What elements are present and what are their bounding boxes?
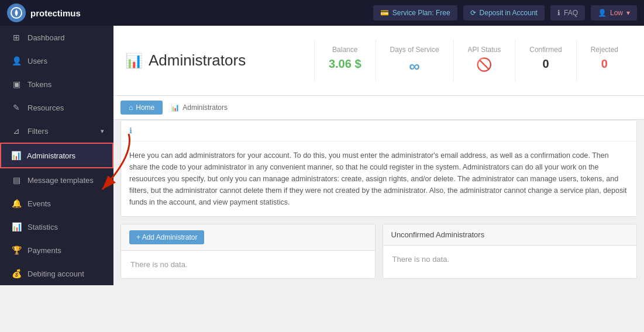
sidebar: ⊞ Dashboard 👤 Users ▣ Tokens ✎ Resources… xyxy=(0,26,113,285)
sidebar-item-label: Filters xyxy=(27,127,48,136)
chevron-down-icon: ▾ xyxy=(626,9,630,17)
sidebar-item-label: Resources xyxy=(27,103,64,112)
payments-icon: 🏆 xyxy=(11,245,22,255)
service-plan-button[interactable]: 💳 Service Plan: Free xyxy=(373,5,457,20)
rejected-label: Rejected xyxy=(591,46,618,54)
plus-icon: + xyxy=(136,233,140,241)
balance-label: Balance xyxy=(329,46,361,54)
info-box: ℹ Here you can add administrators for yo… xyxy=(120,120,637,217)
breadcrumb: ⌂ Home 📊 Administrators xyxy=(113,96,644,120)
home-label: Home xyxy=(136,103,154,112)
sidebar-item-message-templates[interactable]: ▤ Message templates xyxy=(0,168,113,192)
deposit-label: Deposit in Account xyxy=(480,9,538,17)
navbar: protectimus 💳 Service Plan: Free ⟳ Depos… xyxy=(0,0,644,26)
sidebar-item-label: Users xyxy=(27,57,47,65)
stat-api-status: API Status 🚫 xyxy=(453,40,515,81)
balance-value: 3.06 $ xyxy=(329,57,361,71)
tables-row: + Add Administrator There is no data. Un… xyxy=(120,224,637,279)
page-header: 📊 Administrators Balance 3.06 $ Days of … xyxy=(113,26,644,96)
sidebar-item-statistics[interactable]: 📊 Statistics xyxy=(0,215,113,238)
brand-name: protectimus xyxy=(30,8,81,18)
sidebar-item-label: Payments xyxy=(27,246,61,255)
brand-logo xyxy=(7,4,26,22)
brand: protectimus xyxy=(7,4,81,22)
sidebar-item-label: Administrators xyxy=(27,151,75,160)
home-icon: ⌂ xyxy=(129,103,133,112)
faq-button[interactable]: ℹ FAQ xyxy=(550,5,585,20)
administrators-icon: 📊 xyxy=(11,151,21,160)
days-of-service-value: ∞ xyxy=(390,57,439,75)
unconfirmed-label: Unconfirmed Administrators xyxy=(391,230,485,239)
filter-icon: ⊿ xyxy=(11,126,22,136)
stat-balance: Balance 3.06 $ xyxy=(314,40,376,81)
no-data-text: There is no data. xyxy=(392,255,450,264)
statistics-icon: 📊 xyxy=(11,222,22,231)
stat-rejected: Rejected 0 xyxy=(576,40,632,81)
chart-icon: 📊 xyxy=(171,103,180,112)
rejected-value: 0 xyxy=(591,57,618,71)
dashboard-icon: ⊞ xyxy=(11,33,22,42)
page-title: Administrators xyxy=(149,51,246,70)
credit-card-icon: 💳 xyxy=(380,9,389,17)
info-box-header: ℹ xyxy=(121,120,636,141)
service-plan-label: Service Plan: Free xyxy=(392,9,450,17)
info-icon: ℹ xyxy=(129,126,132,135)
user-icon: 👤 xyxy=(598,9,607,17)
content-area: 📊 Administrators Balance 3.06 $ Days of … xyxy=(113,26,644,332)
confirmed-label: Confirmed xyxy=(529,46,562,54)
sidebar-item-events[interactable]: 🔔 Events xyxy=(0,192,113,215)
stats-bar: Balance 3.06 $ Days of Service ∞ API Sta… xyxy=(314,40,632,81)
users-icon: 👤 xyxy=(11,56,22,65)
sidebar-item-resources[interactable]: ✎ Resources xyxy=(0,96,113,119)
page-title-section: 📊 Administrators xyxy=(125,51,314,70)
sidebar-item-tokens[interactable]: ▣ Tokens xyxy=(0,72,113,96)
add-administrator-header: + Add Administrator xyxy=(121,224,375,251)
add-administrator-panel: + Add Administrator There is no data. xyxy=(120,224,376,279)
info-box-body: Here you can add administrators for your… xyxy=(121,141,636,216)
user-label: Low xyxy=(610,9,623,17)
add-administrator-label: Add Administrator xyxy=(142,233,198,241)
sidebar-item-dashboard[interactable]: ⊞ Dashboard xyxy=(0,26,113,49)
bar-chart-icon: 📊 xyxy=(125,53,143,69)
sidebar-item-label: Events xyxy=(27,199,51,208)
events-icon: 🔔 xyxy=(11,199,22,208)
sidebar-item-label: Dashboard xyxy=(27,33,65,42)
sidebar-item-label: Tokens xyxy=(27,80,51,89)
no-data-text: There is no data. xyxy=(130,260,188,269)
tokens-icon: ▣ xyxy=(11,79,22,89)
unconfirmed-administrators-panel: Unconfirmed Administrators There is no d… xyxy=(383,224,638,279)
sidebar-item-debiting-account[interactable]: 💰 Debiting account xyxy=(0,262,113,285)
main-layout: ⊞ Dashboard 👤 Users ▣ Tokens ✎ Resources… xyxy=(0,26,644,332)
current-breadcrumb: 📊 Administrators xyxy=(165,101,233,115)
info-icon: ℹ xyxy=(557,9,560,17)
sidebar-item-label: Statistics xyxy=(27,223,58,231)
unconfirmed-header: Unconfirmed Administrators xyxy=(383,224,637,245)
deposit-button[interactable]: ⟳ Deposit in Account xyxy=(463,5,545,20)
info-text: Here you can add administrators for your… xyxy=(129,151,626,206)
refresh-icon: ⟳ xyxy=(470,9,476,17)
sidebar-item-administrators[interactable]: 📊 Administrators xyxy=(0,143,113,168)
message-templates-icon: ▤ xyxy=(11,175,22,185)
add-administrator-body: There is no data. xyxy=(121,251,375,278)
home-breadcrumb[interactable]: ⌂ Home xyxy=(120,101,163,115)
debiting-icon: 💰 xyxy=(11,269,22,278)
user-menu-button[interactable]: 👤 Low ▾ xyxy=(591,5,637,20)
resources-icon: ✎ xyxy=(11,103,22,112)
unconfirmed-body: There is no data. xyxy=(383,245,637,273)
chevron-down-icon: ▾ xyxy=(101,127,104,135)
stat-confirmed: Confirmed 0 xyxy=(515,40,576,81)
sidebar-item-users[interactable]: 👤 Users xyxy=(0,49,113,72)
api-status-label: API Status xyxy=(468,46,501,54)
confirmed-value: 0 xyxy=(529,57,562,71)
stat-days-of-service: Days of Service ∞ xyxy=(376,40,453,81)
sidebar-item-label: Message templates xyxy=(27,176,94,185)
api-status-value: 🚫 xyxy=(468,57,501,72)
sidebar-container: ⊞ Dashboard 👤 Users ▣ Tokens ✎ Resources… xyxy=(0,26,113,332)
current-label: Administrators xyxy=(182,103,228,112)
add-administrator-button[interactable]: + Add Administrator xyxy=(129,230,204,244)
sidebar-item-filters[interactable]: ⊿ Filters ▾ xyxy=(0,119,113,143)
sidebar-item-payments[interactable]: 🏆 Payments xyxy=(0,238,113,262)
days-of-service-label: Days of Service xyxy=(390,46,439,54)
sidebar-item-label: Debiting account xyxy=(27,269,84,278)
faq-label: FAQ xyxy=(564,9,578,17)
